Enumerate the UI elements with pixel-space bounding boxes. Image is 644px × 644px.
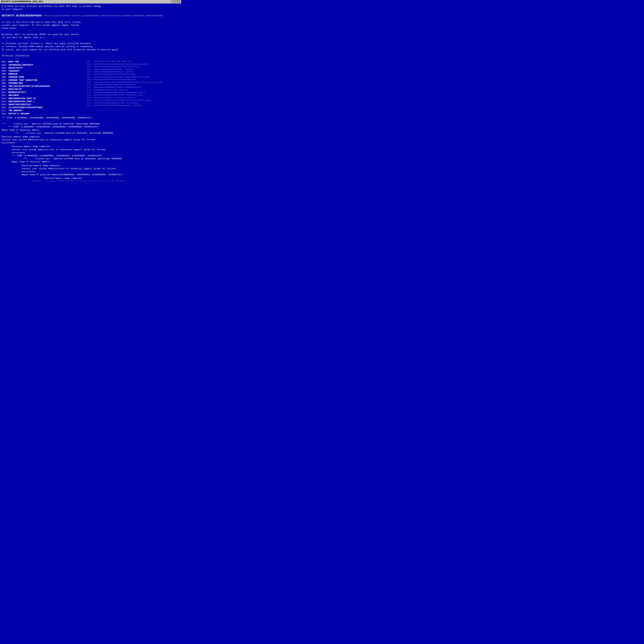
maximize-button[interactable]: □ [174, 1, 177, 3]
program-name-line: DUTCHYYY_BLUESCREENOFDEAF DUTCHYYY_BLUES… [2, 14, 179, 18]
dump-layer-text: Physical memory dump complete. Contact y… [2, 135, 179, 145]
trololo-line: *** trololo.sys - Address 1337000 base a… [2, 122, 179, 125]
error-item-right: 010:BONTTABONTTABONEPTABONITATP BONITAFL… [87, 84, 179, 86]
error-item-left: 013:WHNTHENGHTCMS_PART_II [2, 97, 87, 100]
error-name-right: THE7RARETHE7RARARARARARARARA THE_RARARA! [94, 102, 138, 104]
error-num-right: 009: [87, 81, 93, 84]
error-item-right: 004:YOWAKEYOWAKEWDWAKEYOWAKEWA! YOWAKEUP… [87, 68, 179, 71]
error-num: 017: [2, 109, 8, 112]
error-name: YOWAKEUP! [8, 70, 20, 73]
error-item-left: 007:CROOKED'TOOF'SENSATION [2, 79, 87, 82]
error-num-right: 007: [87, 76, 93, 78]
error-num-right: 011: [87, 86, 93, 89]
error-num: 012: [2, 94, 8, 97]
error-item-left: 002:INSANEGOALLDONTWEIF [2, 64, 87, 67]
error-name-right: INSANECOISANDTOMALEDONSALTDPAYWENSATWECA… [94, 63, 149, 66]
error-num-right: 012: [87, 89, 93, 91]
error-name-right: THELIGHTNINGTHI1INSTIMULATDATRIGATDGITNR… [94, 81, 162, 84]
error-name-right: PBCACTPBCACTPBC3ECTBBIACTCDVBITPBCACTIVI… [94, 66, 140, 68]
error-name: FEEDBRA!NER [8, 82, 23, 85]
actually-text: Actually, don't do anything. BSODs are g… [2, 33, 179, 39]
error-item-right: 002:INSANECOISANDTOMALEDONSALTDPAYWENSAT… [87, 63, 179, 66]
error-name-right: DEAF'TROAF'TRAF'DEAF'TRO: DEAF'TRO [94, 60, 131, 63]
error-num: 013: [2, 97, 8, 100]
error-item-right: 015:SWELEPTESOLEPDUS LCHSATEEFSUITCHDUTC… [87, 97, 179, 99]
error-item-left: 014:WHNTHENGHTCMS_PART_I [2, 100, 87, 103]
error-item-right: 012:ANGLWNGANGLWNGNGLWNGS: ANGLWNGS [87, 89, 179, 91]
error-name: WHNTHENGHTCMS_PART_I [8, 100, 35, 103]
error-num: 009: [2, 85, 8, 88]
error-num-right: 008: [87, 78, 93, 81]
minimize-button[interactable]: _ [171, 1, 174, 3]
error-name-right: FEEDBRAOBRARATINBR3UDBSO1NEFEEDBRA!NER [94, 78, 136, 81]
error-num: 001: [2, 60, 8, 63]
error-num: 003: [2, 67, 8, 70]
dump-layers: Physical memory dump complete. Contact y… [2, 135, 179, 181]
error-item-left: 017:THE_RARARA! [2, 109, 87, 112]
error-list-right: 001:DEAF'TROAF'TRAF'DEAF'TRO: DEAF'TRO00… [87, 60, 179, 115]
error-name-right: CROOKEDROOKECROOCROETHCOOSITYONGRADESDON… [94, 76, 149, 78]
title-bar: DUTCHYYY_BLUESCREENOFDEAF_2010_2011 _ □ … [0, 0, 181, 4]
error-name: NOWDEALWITHIT! [8, 91, 27, 94]
error-name: DEAF'TRO [8, 60, 19, 63]
error-item-left: 016:ILLUSIVEINAMYSTERIOUSTOWER [2, 106, 87, 109]
error-num-right: 004: [87, 68, 93, 71]
error-num-right: 018: [87, 104, 93, 107]
error-item-right: 008:FEEDBRAOBRARATINBR3UDBSO1NEFEEDBRA!N… [87, 78, 179, 81]
tech-info-label: Technical information: [2, 54, 179, 57]
error-item-right: 016:ILLUSIVEILNGSMYEINALUSTOJNDSSOILDUSI… [87, 99, 179, 102]
error-name: THE_RARARA! [8, 109, 23, 112]
error-name-right: YOWAKEYOWAKEWDWAKEYOWAKEWA! YOWAKEUP! [94, 68, 135, 71]
stop-line: *** STOP: 0.000000D1 (0x0000000C, 0x0000… [2, 116, 179, 119]
intro-text: A problem has been detecetd and Windows … [2, 5, 179, 11]
error-num-right: 017: [87, 102, 93, 104]
error-name-right: WHNTHEWHTCNWHNTHENGNHT PARTS TRANGHTCMS_… [94, 94, 145, 96]
error-name: BONITAFLIP [8, 88, 21, 91]
error-num: 018: [2, 112, 8, 115]
error-item-right: 009:THELIGHTNINGTHI1INSTIMULATDATRIGATDG… [87, 81, 179, 84]
error-item-left: 008:FEEDBRA!NER [2, 82, 87, 85]
error-num: 011: [2, 91, 8, 94]
error-name-right: NOWDEANOWTHERHNOWDEATOWDEATVITNOMDEALWIT… [94, 86, 142, 89]
marquee-text: DUTCHYYY_BLUESCREENOFDEAF DUTCHYYY_BLUES… [44, 15, 179, 17]
error-item-right: 001:DEAF'TROAF'TRAF'DEAF'TRO: DEAF'TRO [87, 60, 179, 63]
instructions-text: If this is the first time you've seen th… [2, 21, 179, 30]
error-num: 014: [2, 100, 8, 103]
error-item-right: 003:PBCACTPBCACTPBC3ECTBBIACTCDVBITPBCAC… [87, 66, 179, 68]
dump-layer: Physical*memory dump complete. Contact y… [2, 177, 179, 181]
trololo2: *** trololo.sys - Address 1337000 base a… [2, 132, 179, 135]
error-num: 008: [2, 82, 8, 85]
main-content[interactable]: A problem has been detecetd and Windows … [0, 4, 181, 181]
stop-section: *** STOP: 0.000000D1 (0x0000000C, 0x0000… [2, 116, 179, 135]
error-item-left: 006:COMERUN'N2ME [2, 76, 87, 79]
error-item-right: 006:COMERUCOMRUNDNMEMECOMERUN'N2MERUN'N2… [87, 73, 179, 76]
error-item-left: 001:DEAF'TRO [2, 60, 87, 63]
dump-layer: Physical*memory dump complete. Contact y… [2, 164, 179, 176]
error-name-right: SWELEPTESOLEPDUS LCHSATEEFSUITCHDUTCHY! [94, 97, 137, 99]
window-title: DUTCHYYY_BLUESCREENOFDEAF_2010_2011 [1, 0, 43, 3]
close-button[interactable]: X [177, 1, 180, 3]
error-name: PBCACTIVITY [8, 67, 23, 70]
error-item-left: 011:NOWDEALWITHIT! [2, 91, 87, 94]
hardware-text: If problems continue, disable or remove … [2, 42, 179, 51]
error-num-right: 016: [87, 99, 93, 102]
dump-layer-text: Physical memory dump complete. Contact y… [12, 145, 179, 163]
error-name: SWEEPTHELEGDUTCHY! [8, 103, 32, 106]
error-item-right: 007:CROOKEDROOKECROOCROETHCOOSITYONGRADE… [87, 76, 179, 78]
error-num: 015: [2, 103, 8, 106]
error-item-right: 013:WHNTHEWHTCNWHNTHENGNHT PARTS TRANNGH… [87, 91, 179, 94]
error-item-left: 009:THELIGHTNINGTHIEF(STIMULATEDAIR) [2, 85, 87, 88]
dump-layer: Physical memory dump complete. Contact y… [2, 145, 179, 163]
error-item-right: 018:DUTCHYDDTCHYLONENTERNOFGERNOMEKWY'S_… [87, 104, 179, 107]
error-name: INSANEGOALLDONTWEIF [8, 64, 33, 67]
error-num-right: 014: [87, 94, 93, 96]
error-num: 007: [2, 79, 8, 82]
error-num-right: 010: [87, 84, 93, 86]
program-name-bold: DUTCHYYY_BLUESCREENOFDEAF [2, 14, 42, 18]
error-num-right: 015: [87, 97, 93, 99]
error-name: WRMRAIN [8, 73, 18, 76]
error-name-right: ANGLWNGANGLWNGNGLWNGS: ANGLWNGS [94, 89, 128, 91]
error-num: 005: [2, 73, 8, 76]
error-name: COMERUN'N2ME [8, 76, 24, 79]
error-num-right: 002: [87, 63, 93, 66]
